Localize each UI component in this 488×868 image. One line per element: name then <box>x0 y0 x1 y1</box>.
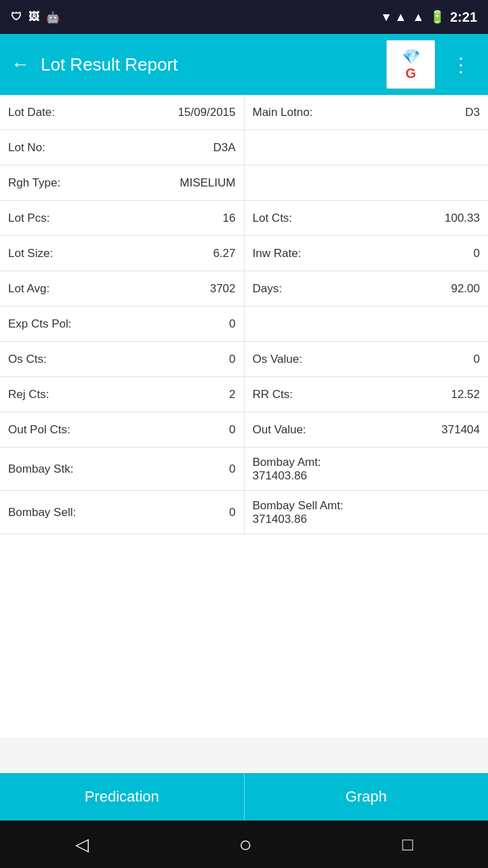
main-lotno-value: D3 <box>465 106 480 119</box>
more-options-button[interactable]: ⋮ <box>446 54 477 76</box>
logo-diamond-icon: 💎 <box>402 48 420 66</box>
lot-avg-value: 3702 <box>210 282 236 296</box>
signal-icon: ▲ <box>394 10 407 24</box>
status-left-icons: 🛡 🖼 🤖 <box>11 11 60 24</box>
bombay-sell-amt-cell: Bombay Sell Amt: 371403.86 <box>245 491 489 534</box>
bombay-sell-value: 0 <box>229 506 235 519</box>
lot-pcs-label: Lot Pcs: <box>8 212 49 225</box>
os-value-cell: Os Value: 0 <box>245 342 489 376</box>
header: ← Lot Result Report 💎 G ⋮ <box>0 34 488 95</box>
out-pol-cts-value: 0 <box>229 423 235 437</box>
status-bar: 🛡 🖼 🤖 ▾ ▲ ▲ 🔋 2:21 <box>0 0 488 34</box>
lot-size-label: Lot Size: <box>8 247 53 260</box>
page-title: Lot Result Report <box>41 54 375 75</box>
os-cts-label: Os Cts: <box>8 353 47 366</box>
inw-rate-label: Inw Rate: <box>253 247 302 260</box>
bottom-tabs: Predication Graph <box>0 773 488 821</box>
out-value-label: Out Value: <box>253 423 306 437</box>
lot-no-right-cell <box>245 130 489 165</box>
row-bombay-stk: Bombay Stk: 0 Bombay Amt: 371403.86 <box>0 448 488 491</box>
lot-date-value: 15/09/2015 <box>178 106 235 119</box>
row-os-cts: Os Cts: 0 Os Value: 0 <box>0 342 488 377</box>
status-right-icons: ▾ ▲ ▲ 🔋 2:21 <box>383 9 477 25</box>
android-icon: 🤖 <box>46 11 60 24</box>
out-value-cell: Out Value: 371404 <box>245 412 489 447</box>
lot-no-label: Lot No: <box>8 141 45 155</box>
bombay-sell-amt-label: Bombay Sell Amt: <box>253 499 344 513</box>
lot-size-cell: Lot Size: 6.27 <box>0 236 244 271</box>
battery-icon: 🔋 <box>430 9 445 24</box>
row-exp-cts-pol: Exp Cts Pol: 0 <box>0 307 488 342</box>
app-logo: 💎 G <box>386 40 435 89</box>
os-cts-value: 0 <box>229 353 235 366</box>
nav-bar: ◁ ○ □ <box>0 821 488 868</box>
main-lotno-label: Main Lotno: <box>253 106 313 119</box>
lot-date-cell: Lot Date: 15/09/2015 <box>0 95 244 130</box>
row-rgh-type: Rgh Type: MISELIUM <box>0 165 488 201</box>
rej-cts-cell: Rej Cts: 2 <box>0 377 244 412</box>
lot-pcs-value: 16 <box>223 212 236 225</box>
row-bombay-sell: Bombay Sell: 0 Bombay Sell Amt: 371403.8… <box>0 491 488 534</box>
row-lot-date: Lot Date: 15/09/2015 Main Lotno: D3 <box>0 95 488 130</box>
lot-no-value: D3A <box>213 141 235 155</box>
lot-no-cell: Lot No: D3A <box>0 130 244 165</box>
inw-rate-value: 0 <box>474 247 480 260</box>
rgh-type-label: Rgh Type: <box>8 176 60 190</box>
bombay-amt-value: 371403.86 <box>253 469 307 483</box>
rr-cts-value: 12.52 <box>451 388 480 401</box>
out-value-value: 371404 <box>441 423 480 437</box>
graph-tab[interactable]: Graph <box>245 773 489 821</box>
rej-cts-label: Rej Cts: <box>8 388 49 401</box>
lot-cts-cell: Lot Cts: 100.33 <box>245 201 489 235</box>
image-icon: 🖼 <box>28 11 39 23</box>
rej-cts-value: 2 <box>229 388 235 401</box>
bombay-sell-amt-value: 371403.86 <box>253 513 307 526</box>
rr-cts-label: RR Cts: <box>253 388 293 401</box>
exp-cts-pol-label: Exp Cts Pol: <box>8 317 72 331</box>
out-pol-cts-label: Out Pol Cts: <box>8 423 70 437</box>
rgh-type-cell: Rgh Type: MISELIUM <box>0 165 244 200</box>
bombay-stk-cell: Bombay Stk: 0 <box>0 448 244 490</box>
row-lot-pcs: Lot Pcs: 16 Lot Cts: 100.33 <box>0 201 488 236</box>
lot-date-label: Lot Date: <box>8 106 55 119</box>
os-cts-cell: Os Cts: 0 <box>0 342 244 376</box>
bombay-sell-cell: Bombay Sell: 0 <box>0 491 244 534</box>
row-lot-size: Lot Size: 6.27 Inw Rate: 0 <box>0 236 488 271</box>
lot-cts-label: Lot Cts: <box>253 212 293 225</box>
lot-pcs-cell: Lot Pcs: 16 <box>0 201 244 235</box>
logo-g-text: G <box>405 66 416 81</box>
nav-recents-button[interactable]: □ <box>402 834 413 855</box>
rr-cts-cell: RR Cts: 12.52 <box>245 377 489 412</box>
os-value-value: 0 <box>474 353 480 366</box>
nav-back-button[interactable]: ◁ <box>75 834 89 855</box>
bombay-stk-value: 0 <box>229 462 235 476</box>
lot-avg-cell: Lot Avg: 3702 <box>0 271 244 306</box>
lot-size-value: 6.27 <box>213 247 235 260</box>
bombay-amt-cell: Bombay Amt: 371403.86 <box>245 448 489 490</box>
exp-cts-pol-value: 0 <box>229 317 235 331</box>
signal2-icon: ▲ <box>412 10 424 24</box>
shield-icon: 🛡 <box>11 11 22 23</box>
bombay-amt-label: Bombay Amt: <box>253 456 321 469</box>
bombay-sell-label: Bombay Sell: <box>8 506 76 519</box>
days-value: 92.00 <box>451 282 480 296</box>
row-rej-cts: Rej Cts: 2 RR Cts: 12.52 <box>0 377 488 412</box>
days-cell: Days: 92.00 <box>245 271 489 306</box>
rgh-type-value: MISELIUM <box>180 176 235 190</box>
row-out-pol-cts: Out Pol Cts: 0 Out Value: 371404 <box>0 412 488 448</box>
inw-rate-cell: Inw Rate: 0 <box>245 236 489 271</box>
lot-avg-label: Lot Avg: <box>8 282 49 296</box>
predication-tab[interactable]: Predication <box>0 773 245 821</box>
lot-cts-value: 100.33 <box>445 212 480 225</box>
wifi-icon: ▾ <box>383 9 389 24</box>
bombay-stk-label: Bombay Stk: <box>8 462 73 476</box>
row-lot-no: Lot No: D3A <box>0 130 488 165</box>
nav-home-button[interactable]: ○ <box>239 832 251 857</box>
days-label: Days: <box>253 282 282 296</box>
row-lot-avg: Lot Avg: 3702 Days: 92.00 <box>0 271 488 307</box>
status-time: 2:21 <box>450 9 477 25</box>
exp-cts-pol-cell: Exp Cts Pol: 0 <box>0 307 244 341</box>
back-button[interactable]: ← <box>11 54 30 75</box>
content-area: Lot Date: 15/09/2015 Main Lotno: D3 Lot … <box>0 95 488 738</box>
main-lotno-cell: Main Lotno: D3 <box>245 95 489 130</box>
